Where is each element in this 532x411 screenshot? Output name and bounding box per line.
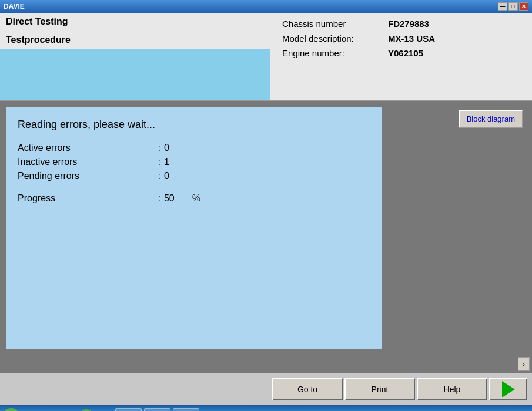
progress-row: Progress : 50 % xyxy=(18,193,370,204)
maximize-button[interactable]: □ xyxy=(508,2,518,11)
model-value: MX-13 USA xyxy=(388,33,435,43)
active-errors-row: Active errors : 0 xyxy=(18,143,370,153)
title-bar-text: DAVIE xyxy=(4,2,25,11)
inactive-errors-value: : 1 xyxy=(159,157,169,167)
testprocedure-label: Testprocedure xyxy=(0,31,270,49)
progress-label: Progress xyxy=(18,193,159,204)
taskbar-davie-app1[interactable]: 📦 xyxy=(144,408,170,411)
header-left: Direct Testing Testprocedure xyxy=(0,13,270,100)
pending-errors-label: Pending errors xyxy=(18,171,159,181)
reading-panel: Reading errors, please wait... Active er… xyxy=(6,107,382,349)
minimize-button[interactable]: — xyxy=(498,2,507,11)
taskbar-ie-icon[interactable]: 🌐 xyxy=(22,409,39,411)
reading-status: Reading errors, please wait... xyxy=(18,119,370,131)
inactive-errors-label: Inactive errors xyxy=(18,157,159,167)
chassis-value: FD279883 xyxy=(388,19,429,29)
header-right: Chassis number FD279883 Model descriptio… xyxy=(270,13,532,100)
engine-label: Engine number: xyxy=(282,48,388,58)
model-row: Model description: MX-13 USA xyxy=(282,33,520,43)
toolbar: Go to Print Help xyxy=(0,373,532,405)
title-bar: DAVIE — □ ✕ xyxy=(0,0,532,13)
progress-percent: % xyxy=(192,193,200,204)
inactive-errors-row: Inactive errors : 1 xyxy=(18,157,370,167)
next-arrow-icon xyxy=(502,381,515,397)
taskbar-folder-icon[interactable]: 📁 xyxy=(41,409,58,411)
next-button[interactable] xyxy=(489,378,527,400)
pending-errors-row: Pending errors : 0 xyxy=(18,171,370,181)
taskbar-davie-app2[interactable]: 🚛 xyxy=(173,408,199,411)
engine-row: Engine number: Y062105 xyxy=(282,48,520,58)
engine-value: Y062105 xyxy=(388,48,423,58)
help-button[interactable]: Help xyxy=(417,378,487,400)
print-button[interactable]: Print xyxy=(344,378,415,400)
block-diagram-button[interactable]: Block diagram xyxy=(459,110,523,128)
main-content: Reading errors, please wait... Active er… xyxy=(0,101,532,355)
taskbar-vpn-icon[interactable]: ↔ xyxy=(96,409,113,411)
progress-value: : 50 xyxy=(159,193,175,204)
direct-testing-label: Direct Testing xyxy=(0,13,270,31)
taskbar-media-icon[interactable]: ▶ xyxy=(60,409,76,411)
header-blue-area xyxy=(0,49,270,100)
chassis-label: Chassis number xyxy=(282,19,388,29)
chassis-row: Chassis number FD279883 xyxy=(282,19,520,29)
active-errors-label: Active errors xyxy=(18,143,159,153)
start-button[interactable]: 🪟 xyxy=(2,408,20,411)
close-button[interactable]: ✕ xyxy=(519,2,528,11)
header: Direct Testing Testprocedure Chassis num… xyxy=(0,13,532,101)
taskbar-print-app[interactable]: 🖨 xyxy=(115,408,142,411)
taskbar: 🪟 🌐 📁 ▶ 🔵 ↔ 🖨 📦 🚛 xyxy=(0,405,532,411)
title-bar-controls: — □ ✕ xyxy=(498,2,528,11)
right-panel: Block diagram xyxy=(388,107,526,349)
pending-errors-value: : 0 xyxy=(159,171,169,181)
goto-button[interactable]: Go to xyxy=(272,378,343,400)
scroll-right-button[interactable]: › xyxy=(518,357,530,371)
model-label: Model description: xyxy=(282,33,388,43)
active-errors-value: : 0 xyxy=(159,143,169,153)
scroll-area: › xyxy=(0,355,532,373)
